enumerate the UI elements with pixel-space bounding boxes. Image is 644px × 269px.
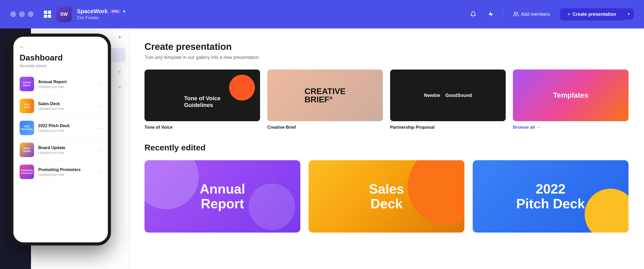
list-item[interactable]: SalesDeck Sales Deck Updated just now ⋯ — [13, 95, 108, 117]
template-name-cb: Creative Brief — [267, 125, 383, 130]
create-label: Create presentation — [573, 12, 616, 17]
phone-header: ← Dashboard Recently edited — [13, 42, 108, 73]
item-thumb-sales: SalesDeck — [20, 99, 34, 113]
recent-card-pitch[interactable]: 2022Pitch Deck — [473, 160, 629, 233]
recently-edited-title: Recently edited — [144, 143, 629, 152]
item-menu-board[interactable]: ⋯ — [97, 147, 102, 153]
recently-edited-grid: AnnualReport SalesDeck 2022Pitch Deck — [144, 160, 629, 233]
window-controls — [10, 11, 34, 17]
create-presentation-wrapper: + Create presentation ▾ — [560, 8, 634, 20]
app-grid-icon[interactable] — [44, 11, 51, 18]
phone-title: Dashboard — [20, 53, 102, 63]
item-menu-sales[interactable]: ⋯ — [97, 103, 102, 109]
annual-shapes — [144, 160, 300, 233]
phone-inner: ← Dashboard Recently edited AnnualReport… — [13, 37, 108, 242]
top-bar: SW SpaceWork PRO ▾ Cici Frasier — [0, 0, 644, 28]
notifications-button[interactable] — [468, 9, 479, 20]
workspace-chevron[interactable]: ▾ — [123, 9, 125, 14]
workspace-info: SpaceWork PRO ▾ Cici Frasier — [77, 8, 125, 20]
pro-badge: PRO — [110, 9, 120, 13]
window-control-min — [19, 11, 25, 17]
item-thumb-pitch: 2022Pitch Deck — [20, 121, 34, 135]
phone-subtitle: Recently edited — [20, 64, 102, 68]
template-thumb-tov: Tone of VoiceGuidelines — [144, 70, 260, 121]
pitch-shapes — [585, 189, 629, 233]
main-area: + Dashboard + + — [0, 28, 644, 269]
item-menu-pitch[interactable]: ⋯ — [97, 125, 102, 131]
item-menu-annual[interactable]: ⋯ — [97, 81, 102, 87]
template-card-all[interactable]: Templates Browse all → — [513, 70, 629, 130]
template-thumb-pp: Newbie GoodSound — [390, 70, 506, 121]
browse-all-link[interactable]: Browse all → — [513, 125, 629, 130]
create-presentation-button[interactable]: + Create presentation — [560, 8, 623, 20]
sidebar-area: + Dashboard + + — [0, 28, 129, 269]
top-bar-right: Add members + Create presentation ▾ — [468, 8, 634, 20]
item-info-pitch: 2022 Pitch Deck Updated just now — [38, 124, 93, 133]
list-item[interactable]: 2022Pitch Deck 2022 Pitch Deck Updated j… — [13, 117, 108, 139]
phone-mockup: ← Dashboard Recently edited AnnualReport… — [10, 34, 111, 245]
recent-card-sales[interactable]: SalesDeck — [309, 160, 464, 233]
item-menu-promoting[interactable]: ⋯ — [97, 169, 102, 175]
template-card-tov[interactable]: Tone of VoiceGuidelines Tone of Voice — [144, 70, 260, 130]
add-members-button[interactable]: Add members — [509, 9, 554, 20]
workspace-avatar[interactable]: SW — [56, 6, 72, 22]
lightning-button[interactable] — [485, 9, 496, 20]
list-item[interactable]: AnnualReport Annual Report Updated just … — [13, 73, 108, 95]
sales-shape — [408, 160, 464, 225]
sidebar-add-top[interactable]: + — [118, 34, 122, 41]
window-control-max — [28, 11, 34, 17]
template-card-pp[interactable]: Newbie GoodSound Partnership Proposal — [390, 70, 506, 130]
workspace-user: Cici Frasier — [77, 15, 125, 20]
sidebar-add-mid-btn[interactable]: + — [118, 68, 122, 75]
window-control-close — [10, 11, 16, 17]
add-members-label: Add members — [521, 12, 550, 17]
top-bar-left: SW SpaceWork PRO ▾ Cici Frasier — [10, 6, 125, 22]
topbar-divider — [503, 10, 503, 19]
item-info-sales: Sales Deck Updated just now — [38, 102, 93, 111]
list-item[interactable]: BoardUpdate Board Update Updated just no… — [13, 139, 108, 161]
item-thumb-annual: AnnualReport — [20, 77, 34, 91]
phone-back-button[interactable]: ← — [20, 44, 102, 50]
sidebar-add-low-btn[interactable]: + — [118, 84, 122, 91]
item-thumb-board: BoardUpdate — [20, 143, 34, 157]
svg-point-0 — [514, 12, 516, 14]
template-name-pp: Partnership Proposal — [390, 125, 506, 130]
recent-sales-title: SalesDeck — [364, 176, 409, 216]
workspace-title: SpaceWork — [77, 8, 108, 15]
create-section-title: Create presentation — [144, 41, 629, 52]
main-content: Create presentation Turn any template in… — [129, 28, 644, 269]
templates-grid: Tone of VoiceGuidelines Tone of Voice CR… — [144, 70, 629, 130]
item-info-promoting: Promoting Promoters Updated just now — [38, 167, 93, 176]
list-item[interactable]: PromotingPromoters Promoting Promoters U… — [13, 161, 108, 183]
template-thumb-all: Templates — [513, 70, 629, 121]
create-dropdown-button[interactable]: ▾ — [623, 8, 634, 20]
item-thumb-promoting: PromotingPromoters — [20, 165, 34, 179]
workspace-name-row: SpaceWork PRO ▾ — [77, 8, 125, 15]
recent-pitch-title: 2022Pitch Deck — [511, 176, 590, 216]
item-info-board: Board Update Updated just now — [38, 145, 93, 155]
recent-card-annual[interactable]: AnnualReport — [144, 160, 300, 233]
template-thumb-cb: CREATIVEBRIEF° — [267, 70, 383, 121]
item-info-annual: Annual Report Updated just now — [38, 80, 93, 89]
create-section-subtitle: Turn any template in our gallery into a … — [144, 55, 629, 60]
templates-thumb-text: Templates — [553, 91, 588, 99]
template-name-tov: Tone of Voice — [144, 125, 260, 130]
template-card-cb[interactable]: CREATIVEBRIEF° Creative Brief — [267, 70, 383, 130]
